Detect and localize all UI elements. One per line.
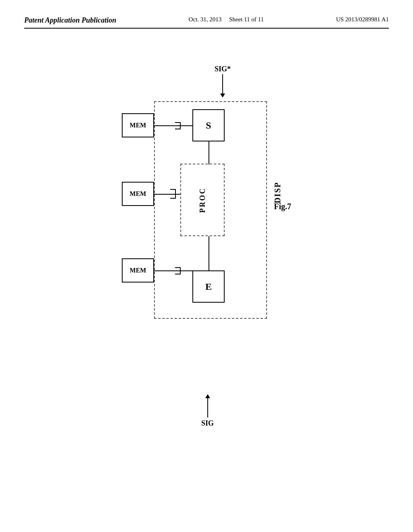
proc-label: PROC	[198, 187, 207, 213]
bracket-mem2-top	[170, 189, 176, 194]
mem-label-3: MEM	[130, 267, 146, 274]
sig-label: SIG	[201, 419, 214, 428]
bracket-mem3	[175, 267, 181, 274]
line-mem2	[154, 194, 180, 195]
line-mem3	[154, 270, 192, 271]
e-box: E	[192, 270, 225, 303]
s-label: S	[206, 120, 211, 131]
line-proc-to-e	[209, 236, 209, 271]
fig-label: Fig.7	[274, 202, 291, 211]
sig-star-label: SIG*	[215, 65, 231, 73]
mem-box-2: MEM	[122, 182, 154, 206]
mem-label-1: MEM	[130, 122, 146, 129]
sheet-info: Sheet 11 of 11	[229, 16, 264, 23]
line-s-to-proc	[209, 141, 209, 164]
e-label: E	[205, 281, 212, 292]
bracket-mem1	[175, 122, 181, 129]
line-mem1	[154, 125, 192, 126]
bracket-mem2-bottom	[170, 194, 176, 199]
mem-box-3: MEM	[122, 258, 154, 283]
publication-date: Oct. 31, 2013	[189, 16, 222, 23]
sig-bottom-container: SIG	[201, 397, 214, 428]
proc-box: PROC	[180, 164, 225, 236]
sig-arrow	[207, 397, 208, 418]
patent-number: US 2013/0289981 A1	[336, 16, 389, 23]
disp-label: DISP	[273, 182, 282, 204]
sig-star-arrow	[222, 74, 223, 94]
header-center-info: Oct. 31, 2013 Sheet 11 of 11	[189, 16, 264, 23]
mem-label-2: MEM	[130, 190, 146, 197]
sig-star-container: SIG*	[215, 65, 231, 94]
diagram-area: SIG* DISP S PROC E	[24, 61, 389, 424]
publication-title: Patent Application Publication	[24, 16, 116, 25]
page-container: Patent Application Publication Oct. 31, …	[0, 0, 413, 532]
diagram-wrapper: SIG* DISP S PROC E	[122, 101, 291, 383]
s-box: S	[192, 109, 225, 141]
page-header: Patent Application Publication Oct. 31, …	[24, 16, 389, 29]
mem-box-1: MEM	[122, 113, 154, 137]
